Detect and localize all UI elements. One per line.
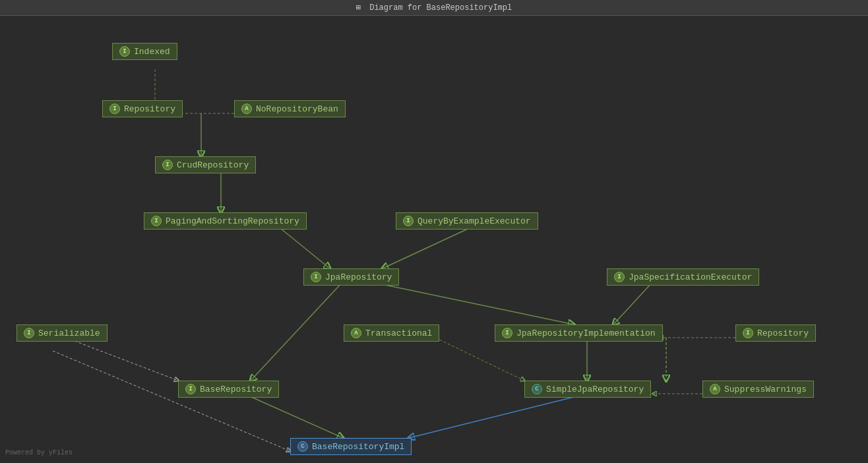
node-icon-JpaSpecificationExecutor: I	[614, 272, 625, 282]
powered-by-text: Powered by yFiles	[5, 449, 73, 456]
svg-line-8	[409, 394, 587, 438]
node-icon-JpaRepository: I	[311, 272, 321, 282]
node-icon-BaseRepository: I	[185, 384, 196, 394]
node-Repository[interactable]: I Repository	[102, 100, 183, 117]
node-icon-QueryByExampleExecutor: I	[403, 216, 414, 226]
node-icon-CrudRepository: I	[162, 160, 173, 170]
node-PagingAndSortingRepository[interactable]: I PagingAndSortingRepository	[144, 212, 307, 230]
node-icon-Repository2: I	[743, 328, 753, 338]
node-JpaRepository[interactable]: I JpaRepository	[303, 268, 399, 286]
node-label-NoRepositoryBean: NoRepositoryBean	[256, 104, 338, 114]
node-label-JpaSpecificationExecutor: JpaSpecificationExecutor	[629, 272, 752, 282]
powered-by: Powered by yFiles	[5, 449, 73, 456]
node-icon-Transactional: A	[351, 328, 361, 338]
node-label-JpaRepositoryImplementation: JpaRepositoryImplementation	[516, 328, 656, 338]
node-CrudRepository[interactable]: I CrudRepository	[155, 156, 256, 173]
node-icon-BaseRepositoryImpl: C	[297, 441, 308, 452]
node-BaseRepositoryImpl[interactable]: C BaseRepositoryImpl	[290, 438, 412, 455]
svg-line-13	[435, 338, 524, 381]
node-label-Serializable: Serializable	[38, 328, 100, 338]
node-SuppressWarnings[interactable]: A SuppressWarnings	[702, 381, 814, 398]
node-NoRepositoryBean[interactable]: A NoRepositoryBean	[234, 100, 346, 117]
node-JpaRepositoryImplementation[interactable]: I JpaRepositoryImplementation	[495, 324, 663, 342]
svg-line-9	[251, 282, 343, 381]
svg-line-3	[383, 226, 475, 268]
node-label-Repository2: Repository	[757, 328, 809, 338]
svg-line-5	[613, 282, 653, 324]
node-label-Transactional: Transactional	[365, 328, 432, 338]
node-JpaSpecificationExecutor[interactable]: I JpaSpecificationExecutor	[607, 268, 759, 286]
diagram-title: Diagram for BaseRepositoryImpl	[369, 3, 512, 13]
node-label-BaseRepositoryImpl: BaseRepositoryImpl	[312, 442, 404, 452]
node-SimpleJpaRepository[interactable]: C SimpleJpaRepository	[524, 381, 651, 398]
node-icon-SuppressWarnings: A	[710, 384, 720, 394]
node-label-CrudRepository: CrudRepository	[177, 160, 249, 170]
title-bar: ⊞ Diagram for BaseRepositoryImpl	[0, 0, 868, 16]
svg-line-10	[244, 394, 343, 438]
node-label-Repository: Repository	[124, 104, 175, 114]
node-BaseRepository[interactable]: I BaseRepository	[178, 381, 279, 398]
node-Transactional[interactable]: A Transactional	[344, 324, 439, 342]
node-Serializable[interactable]: I Serializable	[16, 324, 108, 342]
node-icon-SimpleJpaRepository: C	[532, 384, 542, 394]
node-icon-JpaRepositoryImplementation: I	[502, 328, 512, 338]
svg-line-11	[66, 338, 178, 381]
diagram-area: I Indexed I Repository A NoRepositoryBea…	[0, 16, 868, 459]
node-label-PagingAndSortingRepository: PagingAndSortingRepository	[166, 216, 299, 226]
node-QueryByExampleExecutor[interactable]: I QueryByExampleExecutor	[396, 212, 538, 230]
node-label-SuppressWarnings: SuppressWarnings	[724, 385, 807, 394]
node-Repository2[interactable]: I Repository	[735, 324, 816, 342]
node-icon-Repository: I	[109, 104, 120, 114]
svg-line-2	[277, 226, 330, 268]
node-icon-Serializable: I	[24, 328, 34, 338]
svg-line-12	[53, 351, 290, 451]
node-icon-Indexed: I	[119, 46, 130, 57]
svg-line-4	[369, 282, 574, 324]
node-Indexed[interactable]: I Indexed	[112, 43, 177, 60]
node-label-Indexed: Indexed	[134, 47, 170, 57]
node-label-QueryByExampleExecutor: QueryByExampleExecutor	[418, 216, 531, 226]
title-icon: ⊞	[356, 3, 361, 13]
node-icon-PagingAndSortingRepository: I	[151, 216, 162, 226]
node-icon-NoRepositoryBean: A	[241, 104, 252, 114]
node-label-SimpleJpaRepository: SimpleJpaRepository	[546, 385, 644, 394]
node-label-JpaRepository: JpaRepository	[325, 272, 392, 282]
node-label-BaseRepository: BaseRepository	[200, 385, 272, 394]
